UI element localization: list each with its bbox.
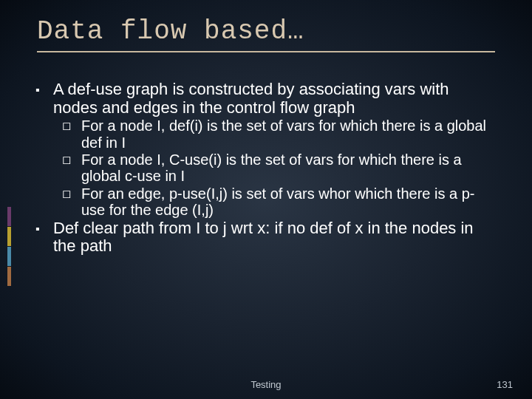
bullet-level2: ◻ For an edge, p-use(I,j) is set of vars… [62, 185, 488, 219]
footer-label: Testing [0, 379, 532, 390]
bullet-icon: ▪ [35, 81, 53, 117]
sub-bullets: ◻ For a node I, def(i) is the set of var… [35, 117, 488, 218]
bullet-icon: ◻ [62, 117, 81, 151]
slide: Data flow based… ▪ A def-use graph is co… [0, 0, 532, 399]
left-accent-stripes [7, 207, 11, 287]
bullet-text: For a node I, def(i) is the set of vars … [81, 117, 488, 151]
bullet-icon: ▪ [35, 219, 53, 256]
bullet-level2: ◻ For a node I, C-use(i) is the set of v… [62, 151, 488, 185]
accent-stripe [7, 207, 11, 226]
bullet-text: For an edge, p-use(I,j) is set of vars w… [81, 185, 488, 219]
slide-title: Data flow based… [0, 0, 532, 50]
bullet-text: For a node I, C-use(i) is the set of var… [81, 151, 488, 185]
bullet-icon: ◻ [62, 185, 81, 219]
bullet-text: A def-use graph is constructed by associ… [53, 81, 488, 117]
accent-stripe [7, 227, 11, 246]
slide-body: ▪ A def-use graph is constructed by asso… [0, 52, 532, 256]
accent-stripe [7, 247, 11, 266]
page-number: 131 [497, 379, 513, 390]
bullet-level1: ▪ A def-use graph is constructed by asso… [35, 81, 488, 117]
bullet-icon: ◻ [62, 151, 81, 185]
bullet-text: Def clear path from I to j wrt x: if no … [53, 219, 488, 256]
bullet-level2: ◻ For a node I, def(i) is the set of var… [62, 117, 488, 151]
accent-stripe [7, 267, 11, 286]
bullet-level1: ▪ Def clear path from I to j wrt x: if n… [35, 219, 488, 256]
